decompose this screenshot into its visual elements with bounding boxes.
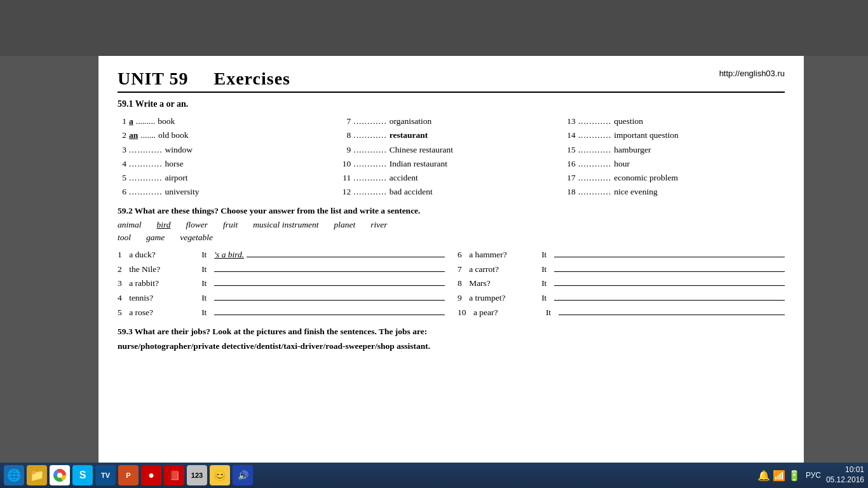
top-bar xyxy=(0,0,868,56)
qa-row: 9 a trumpet? It xyxy=(458,291,785,306)
taskbar-folder-icon[interactable]: 📁 xyxy=(27,465,47,485)
qa-row: 10 a pear? It xyxy=(458,306,785,320)
qa-left-col: 1 a duck? It 's a bird. 2 the Nile? It 3… xyxy=(118,248,445,321)
exercise-item: 18 ............ nice evening xyxy=(567,185,785,199)
section-divider xyxy=(118,92,785,93)
taskbar-teamviewer-icon[interactable]: TV xyxy=(95,465,116,485)
qa-row: 3 a rabbit? It xyxy=(118,276,445,291)
taskbar-right: 🔔 📶 🔋 РУС 10:01 05.12.2016 xyxy=(757,465,864,485)
qa-row: 6 a hammer? It xyxy=(458,248,785,262)
taskbar-special-icon[interactable]: 123 xyxy=(187,465,207,485)
exercise-item: 14 ............ important question xyxy=(567,128,785,142)
taskbar-sys: 🔔 📶 🔋 xyxy=(757,470,801,482)
screen: UNIT 59 Exercises http://english03.ru 59… xyxy=(0,0,868,488)
section1-title: 59.1 Write a or an. xyxy=(118,99,785,109)
qa-right-col: 6 a hammer? It 7 a carrot? It 8 Mars? It xyxy=(458,248,785,321)
section2-title: 59.2 What are these things? Choose your … xyxy=(118,206,785,216)
qa-row: 2 the Nile? It xyxy=(118,262,445,277)
exercise-item: 8 ............ restaurant xyxy=(342,128,560,142)
qa-row: 5 a rose? It xyxy=(118,306,445,320)
qa-row: 8 Mars? It xyxy=(458,276,785,291)
col2-items: 7 ............ organisation 8 ..........… xyxy=(342,114,560,200)
taskbar-globe-icon[interactable]: 🌐 xyxy=(4,465,24,485)
taskbar-cartoon-icon[interactable]: 😊 xyxy=(210,465,230,485)
section3-title: 59.3 What are their jobs? Look at the pi… xyxy=(118,327,785,337)
qa-row: 1 a duck? It 's a bird. xyxy=(118,248,445,262)
unit-title: UNIT 59 Exercises xyxy=(118,69,290,89)
qa-grid: 1 a duck? It 's a bird. 2 the Nile? It 3… xyxy=(118,248,785,321)
section3-jobs: nurse/photographer/private detective/den… xyxy=(118,339,785,353)
col3-items: 13 ............ question 14 ............… xyxy=(567,114,785,200)
exercise-item: 11 ............ accident xyxy=(342,171,560,185)
exercise-item: 5 ............ airport xyxy=(118,171,336,185)
word-list: animal bird flower fruit musical instrum… xyxy=(118,220,785,230)
taskbar-ppt-icon[interactable]: P xyxy=(118,465,139,485)
exercise-item: 1 a......... book xyxy=(118,114,336,128)
exercise-item: 15 ............ hamburger xyxy=(567,143,785,157)
svg-point-1 xyxy=(57,473,62,478)
exercise-item: 17 ............ economic problem xyxy=(567,171,785,185)
word-list-2: tool game vegetable xyxy=(118,233,785,243)
taskbar-red-icon[interactable]: ● xyxy=(141,465,161,485)
taskbar-speaker-icon[interactable]: 🔊 xyxy=(233,465,253,485)
col1-items: 1 a......... book 2 an....... old book 3… xyxy=(118,114,336,200)
exercise-item: 2 an....... old book xyxy=(118,128,336,142)
taskbar-skype-icon[interactable]: S xyxy=(72,465,93,485)
document-header: UNIT 59 Exercises http://english03.ru xyxy=(118,69,785,89)
taskbar[interactable]: 🌐 📁 S TV P ● 📕 123 😊 🔊 🔔 📶 🔋 xyxy=(0,463,868,488)
taskbar-redbook-icon[interactable]: 📕 xyxy=(164,465,184,485)
exercise-item: 10 ............ Indian restaurant xyxy=(342,157,560,171)
exercise-item: 13 ............ question xyxy=(567,114,785,128)
taskbar-lang: РУС xyxy=(806,471,821,480)
exercise-item: 9 ............ Chinese restaurant xyxy=(342,143,560,157)
document-paper: UNIT 59 Exercises http://english03.ru 59… xyxy=(98,56,804,463)
taskbar-clock: 10:01 05.12.2016 xyxy=(826,465,864,485)
qa-row: 7 a carrot? It xyxy=(458,262,785,277)
exercise-item: 4 ............ horse xyxy=(118,157,336,171)
taskbar-chrome-icon[interactable] xyxy=(50,465,70,485)
exercise-item: 3 ............ window xyxy=(118,143,336,157)
exercise-item: 6 ............ university xyxy=(118,185,336,199)
exercise-item: 16 ............ hour xyxy=(567,157,785,171)
exercise-grid: 1 a......... book 2 an....... old book 3… xyxy=(118,114,785,200)
website-url: http://english03.ru xyxy=(719,69,785,78)
qa-row: 4 tennis? It xyxy=(118,291,445,306)
exercise-item: 7 ............ organisation xyxy=(342,114,560,128)
exercise-item: 12 ............ bad accident xyxy=(342,185,560,199)
